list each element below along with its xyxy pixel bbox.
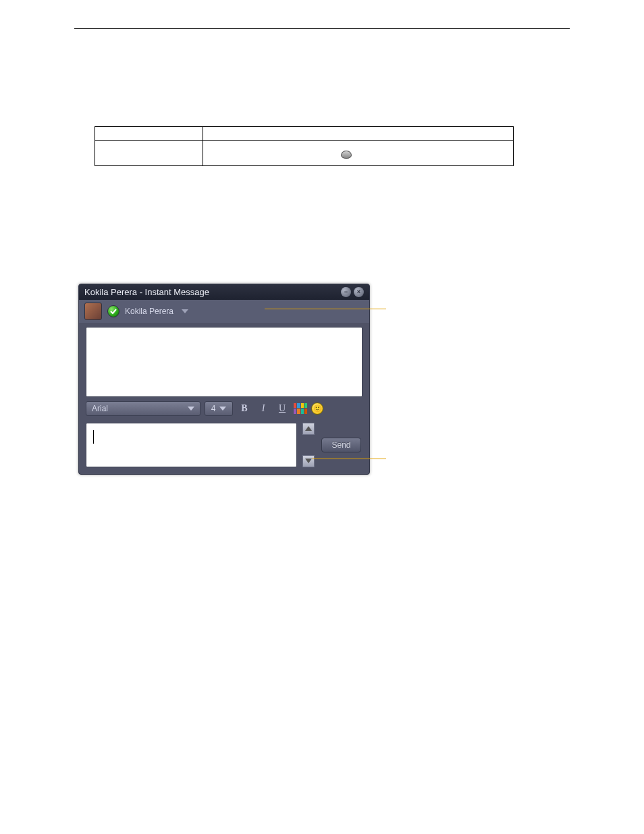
emoticon-button-icon[interactable]: 🙂 — [311, 402, 323, 415]
table-row — [95, 141, 514, 166]
avatar — [84, 303, 102, 320]
bold-button[interactable]: B — [237, 401, 252, 416]
instant-message-window: Kokila Perera - Instant Message − × Koki… — [78, 284, 370, 475]
callout-line — [265, 309, 386, 309]
send-button[interactable]: Send — [321, 438, 360, 452]
italic-button[interactable]: I — [256, 401, 271, 416]
page-top-rule — [74, 28, 570, 29]
scroll-down-button[interactable] — [302, 455, 315, 467]
speech-bubble-icon — [341, 151, 352, 159]
cell-r1c2 — [203, 127, 514, 141]
window-title: Kokila Perera - Instant Message — [84, 287, 209, 297]
font-size-select[interactable]: 4 — [205, 401, 233, 416]
callout-line — [312, 459, 386, 459]
presence-available-icon — [107, 305, 119, 317]
font-size-value: 4 — [211, 404, 216, 413]
contact-dropdown-icon[interactable] — [182, 309, 188, 313]
message-history[interactable] — [86, 327, 363, 397]
compose-scrollbar[interactable] — [302, 423, 315, 467]
close-button[interactable]: × — [354, 287, 364, 297]
cell-r2c1 — [95, 141, 203, 166]
triangle-up-icon — [305, 426, 312, 431]
contact-name: Kokila Perera — [125, 307, 173, 316]
triangle-down-icon — [305, 459, 312, 463]
cell-r2c2 — [203, 141, 514, 166]
font-family-value: Arial — [92, 404, 108, 413]
cell-r1c1 — [95, 127, 203, 141]
minimize-button[interactable]: − — [341, 287, 351, 297]
compose-row: Send — [79, 420, 369, 474]
contact-header: Kokila Perera — [79, 300, 369, 323]
doc-table — [95, 126, 514, 166]
font-family-select[interactable]: Arial — [86, 401, 200, 416]
format-bar: Arial 4 B I U 🙂 — [79, 397, 369, 420]
scroll-up-button[interactable] — [302, 423, 315, 435]
underline-button[interactable]: U — [275, 401, 290, 416]
text-cursor-icon — [93, 430, 94, 444]
im-titlebar[interactable]: Kokila Perera - Instant Message − × — [79, 284, 369, 300]
message-input[interactable] — [86, 423, 297, 467]
table-row — [95, 127, 514, 141]
chevron-down-icon — [219, 407, 226, 411]
text-color-picker-icon[interactable] — [294, 403, 307, 414]
chevron-down-icon — [188, 407, 194, 411]
